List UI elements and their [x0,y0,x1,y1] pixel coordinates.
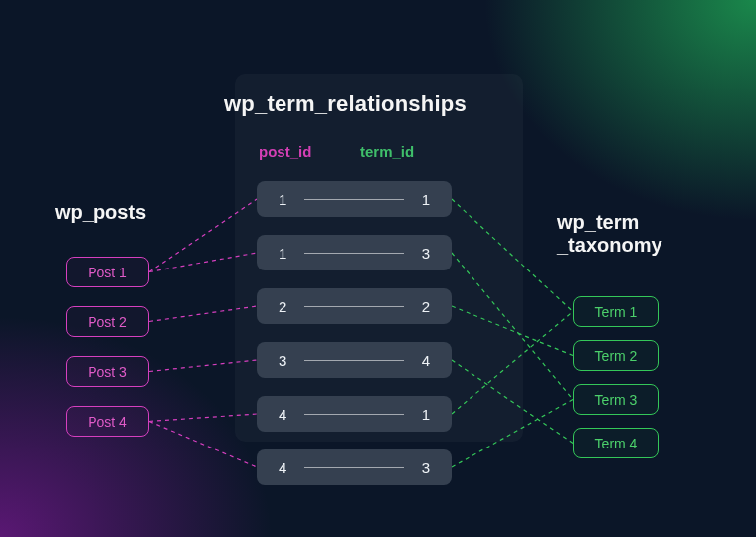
term-node-label: Term 2 [595,348,638,364]
relationship-row: 11 [257,181,452,217]
term-node-label: Term 3 [595,392,638,408]
term-node: Term 2 [573,340,659,371]
relationship-row: 34 [257,342,452,378]
column-header-term-id: term_id [360,143,414,160]
post-node: Post 2 [66,306,149,337]
relationship-row: 43 [257,449,452,485]
post-node-label: Post 1 [88,265,127,280]
relationship-connector [304,360,404,361]
relationship-term-id: 3 [422,459,430,476]
relationship-term-id: 1 [422,406,430,423]
relationship-connector [304,199,404,200]
relationship-post-id: 1 [279,191,286,208]
relationship-connector [304,467,404,468]
diagram-stage: wp_posts wp_term_relationships wp_term _… [0,0,756,537]
relationship-row: 22 [257,288,452,324]
post-node-label: Post 2 [88,314,127,330]
relationship-post-id: 4 [279,459,286,476]
relationships-table-title: wp_term_relationships [224,91,467,117]
term-node-label: Term 4 [595,436,638,451]
relationship-term-id: 4 [422,352,430,369]
relationship-post-id: 4 [279,406,286,423]
term-node: Term 4 [573,428,659,458]
post-node-label: Post 4 [88,414,127,430]
relationship-connector [304,414,404,415]
column-header-post-id: post_id [259,143,311,160]
term-node: Term 1 [573,296,659,327]
relationship-row: 41 [257,396,452,432]
post-node: Post 1 [66,257,149,287]
relationship-post-id: 3 [279,352,286,369]
relationship-term-id: 1 [422,191,430,208]
terms-table-title: wp_term _taxonomy [557,211,662,257]
term-node-label: Term 1 [595,304,638,320]
relationship-term-id: 2 [422,298,430,315]
relationship-post-id: 2 [279,298,286,315]
relationship-term-id: 3 [422,245,430,262]
post-node: Post 3 [66,356,149,387]
relationship-connector [304,253,404,254]
term-node: Term 3 [573,384,659,415]
post-node-label: Post 3 [88,364,127,380]
relationship-connector [304,306,404,307]
post-node: Post 4 [66,406,149,437]
relationship-post-id: 1 [279,245,286,262]
relationship-row: 13 [257,235,452,270]
posts-table-title: wp_posts [55,201,146,224]
